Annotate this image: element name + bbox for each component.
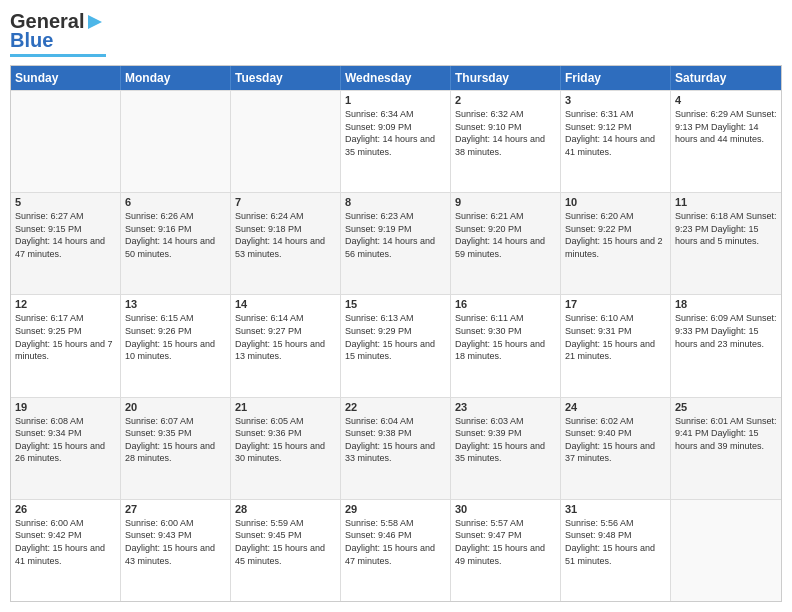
calendar-cell: 4Sunrise: 6:29 AM Sunset: 9:13 PM Daylig… <box>671 91 781 192</box>
calendar-cell: 10Sunrise: 6:20 AM Sunset: 9:22 PM Dayli… <box>561 193 671 294</box>
calendar-cell: 5Sunrise: 6:27 AM Sunset: 9:15 PM Daylig… <box>11 193 121 294</box>
calendar-header-thursday: Thursday <box>451 66 561 90</box>
day-number: 29 <box>345 503 446 515</box>
calendar: SundayMondayTuesdayWednesdayThursdayFrid… <box>10 65 782 602</box>
day-number: 14 <box>235 298 336 310</box>
day-info: Sunrise: 5:56 AM Sunset: 9:48 PM Dayligh… <box>565 517 666 567</box>
day-info: Sunrise: 6:13 AM Sunset: 9:29 PM Dayligh… <box>345 312 446 362</box>
calendar-cell: 1Sunrise: 6:34 AM Sunset: 9:09 PM Daylig… <box>341 91 451 192</box>
day-number: 26 <box>15 503 116 515</box>
day-number: 3 <box>565 94 666 106</box>
calendar-cell: 9Sunrise: 6:21 AM Sunset: 9:20 PM Daylig… <box>451 193 561 294</box>
calendar-header: SundayMondayTuesdayWednesdayThursdayFrid… <box>11 66 781 90</box>
logo-underline <box>10 54 106 57</box>
calendar-cell: 20Sunrise: 6:07 AM Sunset: 9:35 PM Dayli… <box>121 398 231 499</box>
day-number: 31 <box>565 503 666 515</box>
day-number: 13 <box>125 298 226 310</box>
calendar-cell <box>121 91 231 192</box>
day-info: Sunrise: 6:24 AM Sunset: 9:18 PM Dayligh… <box>235 210 336 260</box>
day-info: Sunrise: 5:57 AM Sunset: 9:47 PM Dayligh… <box>455 517 556 567</box>
day-info: Sunrise: 6:00 AM Sunset: 9:43 PM Dayligh… <box>125 517 226 567</box>
day-info: Sunrise: 6:08 AM Sunset: 9:34 PM Dayligh… <box>15 415 116 465</box>
calendar-week-4: 19Sunrise: 6:08 AM Sunset: 9:34 PM Dayli… <box>11 397 781 499</box>
calendar-cell: 3Sunrise: 6:31 AM Sunset: 9:12 PM Daylig… <box>561 91 671 192</box>
calendar-cell: 19Sunrise: 6:08 AM Sunset: 9:34 PM Dayli… <box>11 398 121 499</box>
calendar-cell: 22Sunrise: 6:04 AM Sunset: 9:38 PM Dayli… <box>341 398 451 499</box>
day-number: 24 <box>565 401 666 413</box>
day-info: Sunrise: 6:11 AM Sunset: 9:30 PM Dayligh… <box>455 312 556 362</box>
svg-marker-0 <box>88 15 102 29</box>
day-number: 8 <box>345 196 446 208</box>
calendar-cell: 31Sunrise: 5:56 AM Sunset: 9:48 PM Dayli… <box>561 500 671 601</box>
day-info: Sunrise: 6:34 AM Sunset: 9:09 PM Dayligh… <box>345 108 446 158</box>
logo-arrow-icon <box>84 11 106 33</box>
day-info: Sunrise: 6:27 AM Sunset: 9:15 PM Dayligh… <box>15 210 116 260</box>
day-number: 11 <box>675 196 777 208</box>
calendar-cell: 25Sunrise: 6:01 AM Sunset: 9:41 PM Dayli… <box>671 398 781 499</box>
day-number: 30 <box>455 503 556 515</box>
day-info: Sunrise: 6:18 AM Sunset: 9:23 PM Dayligh… <box>675 210 777 248</box>
day-number: 1 <box>345 94 446 106</box>
calendar-cell: 29Sunrise: 5:58 AM Sunset: 9:46 PM Dayli… <box>341 500 451 601</box>
calendar-cell: 17Sunrise: 6:10 AM Sunset: 9:31 PM Dayli… <box>561 295 671 396</box>
calendar-cell <box>11 91 121 192</box>
calendar-cell: 2Sunrise: 6:32 AM Sunset: 9:10 PM Daylig… <box>451 91 561 192</box>
calendar-body: 1Sunrise: 6:34 AM Sunset: 9:09 PM Daylig… <box>11 90 781 601</box>
day-number: 16 <box>455 298 556 310</box>
calendar-cell: 21Sunrise: 6:05 AM Sunset: 9:36 PM Dayli… <box>231 398 341 499</box>
calendar-header-monday: Monday <box>121 66 231 90</box>
calendar-cell: 14Sunrise: 6:14 AM Sunset: 9:27 PM Dayli… <box>231 295 341 396</box>
day-number: 5 <box>15 196 116 208</box>
calendar-cell: 27Sunrise: 6:00 AM Sunset: 9:43 PM Dayli… <box>121 500 231 601</box>
day-info: Sunrise: 6:10 AM Sunset: 9:31 PM Dayligh… <box>565 312 666 362</box>
calendar-header-tuesday: Tuesday <box>231 66 341 90</box>
day-number: 22 <box>345 401 446 413</box>
day-number: 21 <box>235 401 336 413</box>
day-info: Sunrise: 6:01 AM Sunset: 9:41 PM Dayligh… <box>675 415 777 453</box>
day-info: Sunrise: 6:26 AM Sunset: 9:16 PM Dayligh… <box>125 210 226 260</box>
calendar-cell <box>671 500 781 601</box>
calendar-header-friday: Friday <box>561 66 671 90</box>
day-number: 18 <box>675 298 777 310</box>
day-number: 17 <box>565 298 666 310</box>
calendar-week-5: 26Sunrise: 6:00 AM Sunset: 9:42 PM Dayli… <box>11 499 781 601</box>
day-info: Sunrise: 6:31 AM Sunset: 9:12 PM Dayligh… <box>565 108 666 158</box>
calendar-cell: 18Sunrise: 6:09 AM Sunset: 9:33 PM Dayli… <box>671 295 781 396</box>
day-number: 25 <box>675 401 777 413</box>
calendar-cell: 12Sunrise: 6:17 AM Sunset: 9:25 PM Dayli… <box>11 295 121 396</box>
day-number: 28 <box>235 503 336 515</box>
day-number: 9 <box>455 196 556 208</box>
calendar-cell: 26Sunrise: 6:00 AM Sunset: 9:42 PM Dayli… <box>11 500 121 601</box>
day-number: 6 <box>125 196 226 208</box>
day-info: Sunrise: 6:04 AM Sunset: 9:38 PM Dayligh… <box>345 415 446 465</box>
calendar-week-3: 12Sunrise: 6:17 AM Sunset: 9:25 PM Dayli… <box>11 294 781 396</box>
day-number: 4 <box>675 94 777 106</box>
calendar-cell: 8Sunrise: 6:23 AM Sunset: 9:19 PM Daylig… <box>341 193 451 294</box>
calendar-header-wednesday: Wednesday <box>341 66 451 90</box>
calendar-cell: 6Sunrise: 6:26 AM Sunset: 9:16 PM Daylig… <box>121 193 231 294</box>
logo-blue: Blue <box>10 29 53 52</box>
day-info: Sunrise: 5:58 AM Sunset: 9:46 PM Dayligh… <box>345 517 446 567</box>
day-number: 10 <box>565 196 666 208</box>
calendar-cell: 28Sunrise: 5:59 AM Sunset: 9:45 PM Dayli… <box>231 500 341 601</box>
day-number: 2 <box>455 94 556 106</box>
day-number: 15 <box>345 298 446 310</box>
calendar-cell: 23Sunrise: 6:03 AM Sunset: 9:39 PM Dayli… <box>451 398 561 499</box>
calendar-cell: 11Sunrise: 6:18 AM Sunset: 9:23 PM Dayli… <box>671 193 781 294</box>
calendar-cell <box>231 91 341 192</box>
day-number: 20 <box>125 401 226 413</box>
page: General Blue SundayMondayTuesdayWednesda… <box>0 0 792 612</box>
calendar-week-1: 1Sunrise: 6:34 AM Sunset: 9:09 PM Daylig… <box>11 90 781 192</box>
day-number: 23 <box>455 401 556 413</box>
calendar-cell: 13Sunrise: 6:15 AM Sunset: 9:26 PM Dayli… <box>121 295 231 396</box>
calendar-week-2: 5Sunrise: 6:27 AM Sunset: 9:15 PM Daylig… <box>11 192 781 294</box>
calendar-cell: 30Sunrise: 5:57 AM Sunset: 9:47 PM Dayli… <box>451 500 561 601</box>
day-info: Sunrise: 6:07 AM Sunset: 9:35 PM Dayligh… <box>125 415 226 465</box>
logo: General Blue <box>10 10 106 57</box>
day-info: Sunrise: 6:00 AM Sunset: 9:42 PM Dayligh… <box>15 517 116 567</box>
day-info: Sunrise: 6:05 AM Sunset: 9:36 PM Dayligh… <box>235 415 336 465</box>
day-info: Sunrise: 5:59 AM Sunset: 9:45 PM Dayligh… <box>235 517 336 567</box>
day-info: Sunrise: 6:03 AM Sunset: 9:39 PM Dayligh… <box>455 415 556 465</box>
day-info: Sunrise: 6:32 AM Sunset: 9:10 PM Dayligh… <box>455 108 556 158</box>
day-number: 27 <box>125 503 226 515</box>
